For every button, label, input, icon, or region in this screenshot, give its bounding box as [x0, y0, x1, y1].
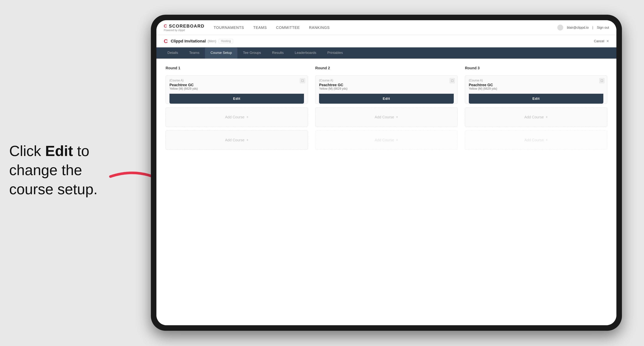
tab-course-setup[interactable]: Course Setup	[205, 47, 237, 59]
tab-navigation: Details Teams Course Setup Tee Groups Re…	[156, 47, 616, 59]
separator: |	[592, 26, 593, 30]
tab-details[interactable]: Details	[162, 47, 184, 59]
tablet-device: C SCOREBOARD Powered by clippd TOURNAMEN…	[151, 15, 622, 331]
round-2-edit-button[interactable]: Edit	[319, 94, 454, 104]
nav-rankings[interactable]: RANKINGS	[309, 25, 330, 30]
tournament-header: C Clippd Invitational (Men) Hosting Canc…	[156, 35, 616, 47]
cancel-button[interactable]: Cancel ✕	[594, 39, 609, 43]
tournament-logo-icon: C	[164, 38, 168, 44]
nav-right: blair@clippd.io | Sign out	[557, 25, 609, 30]
instruction-bold: Edit	[45, 143, 73, 159]
round-2-column: Round 2 ☐ (Course A) Peachtree GC Yellow…	[315, 66, 458, 150]
round-2-delete-button[interactable]: ☐	[450, 78, 455, 83]
round-3-course-label: (Course A)	[469, 79, 603, 82]
round-3-plus-icon-1: +	[546, 115, 548, 119]
round-2-title: Round 2	[315, 66, 458, 70]
round-1-delete-button[interactable]: ☐	[300, 78, 305, 83]
round-1-add-course-1[interactable]: Add Course +	[166, 108, 308, 127]
sign-out-link[interactable]: Sign out	[597, 26, 609, 30]
top-navigation: C SCOREBOARD Powered by clippd TOURNAMEN…	[156, 20, 616, 35]
nav-committee[interactable]: COMMITTEE	[276, 25, 300, 30]
round-2-course-name: Peachtree GC	[319, 83, 454, 87]
nav-links: TOURNAMENTS TEAMS COMMITTEE RANKINGS	[214, 25, 557, 30]
round-2-add-course-2: Add Course +	[315, 131, 458, 150]
cancel-label: Cancel	[594, 39, 604, 43]
nav-tournaments[interactable]: TOURNAMENTS	[214, 25, 244, 30]
logo-area: C SCOREBOARD Powered by clippd	[164, 23, 204, 32]
round-1-add-course-2[interactable]: Add Course +	[166, 131, 308, 150]
round-2-course-card: ☐ (Course A) Peachtree GC Yellow (M) (66…	[315, 75, 458, 104]
round-3-add-label-2: Add Course	[524, 138, 544, 142]
round-1-plus-icon-1: +	[246, 115, 248, 119]
instruction-prefix: Click	[9, 143, 45, 159]
round-3-add-label-1: Add Course	[524, 115, 544, 119]
logo-subtitle: Powered by clippd	[164, 29, 204, 32]
logo-text: C SCOREBOARD	[164, 23, 204, 29]
round-3-edit-button[interactable]: Edit	[469, 94, 603, 104]
round-2-add-course-1[interactable]: Add Course +	[315, 108, 458, 127]
round-2-add-label-2: Add Course	[374, 138, 394, 142]
round-1-plus-icon-2: +	[246, 138, 248, 142]
logo-name: SCOREBOARD	[169, 23, 204, 28]
tab-leaderboards[interactable]: Leaderboards	[289, 47, 322, 59]
tab-printables[interactable]: Printables	[322, 47, 348, 59]
nav-teams[interactable]: TEAMS	[253, 25, 267, 30]
round-2-course-details: Yellow (M) (6629 yds)	[319, 87, 454, 90]
close-icon: ✕	[606, 39, 609, 43]
round-3-plus-icon-2: +	[546, 138, 548, 142]
tab-teams[interactable]: Teams	[184, 47, 205, 59]
round-2-plus-icon-1: +	[396, 115, 398, 119]
tablet-screen: C SCOREBOARD Powered by clippd TOURNAMEN…	[156, 20, 616, 325]
user-email: blair@clippd.io	[567, 26, 588, 30]
round-1-title: Round 1	[166, 66, 308, 70]
round-2-course-label: (Course A)	[319, 79, 454, 82]
round-3-course-name: Peachtree GC	[469, 83, 603, 87]
tournament-badge: Hosting	[219, 39, 233, 43]
round-1-column: Round 1 ☐ (Course A) Peachtree GC Yellow…	[166, 66, 308, 150]
round-1-course-name: Peachtree GC	[170, 83, 304, 87]
main-content: Round 1 ☐ (Course A) Peachtree GC Yellow…	[156, 59, 616, 325]
round-2-plus-icon-2: +	[396, 138, 398, 142]
avatar	[557, 25, 563, 30]
instruction-panel: Click Edit to change the course setup.	[9, 142, 120, 199]
logo-icon: C	[164, 23, 167, 28]
tab-results[interactable]: Results	[266, 47, 289, 59]
tournament-gender: (Men)	[208, 39, 216, 43]
round-1-add-label-2: Add Course	[225, 138, 244, 142]
round-3-add-course-2: Add Course +	[465, 131, 607, 150]
round-3-column: Round 3 ☐ (Course A) Peachtree GC Yellow…	[465, 66, 607, 150]
round-3-delete-button[interactable]: ☐	[599, 78, 604, 83]
tab-tee-groups[interactable]: Tee Groups	[237, 47, 266, 59]
round-1-edit-button[interactable]: Edit	[170, 94, 304, 104]
round-1-course-details: Yellow (M) (6629 yds)	[170, 87, 304, 90]
round-3-add-course-1[interactable]: Add Course +	[465, 108, 607, 127]
round-3-course-details: Yellow (M) (6629 yds)	[469, 87, 603, 90]
rounds-grid: Round 1 ☐ (Course A) Peachtree GC Yellow…	[166, 66, 607, 150]
round-3-course-card: ☐ (Course A) Peachtree GC Yellow (M) (66…	[465, 75, 607, 104]
round-2-add-label-1: Add Course	[374, 115, 394, 119]
round-1-course-card: ☐ (Course A) Peachtree GC Yellow (M) (66…	[166, 75, 308, 104]
round-3-title: Round 3	[465, 66, 607, 70]
tournament-name: Clippd Invitational	[171, 39, 206, 43]
round-1-add-label-1: Add Course	[225, 115, 244, 119]
round-1-course-label: (Course A)	[170, 79, 304, 82]
